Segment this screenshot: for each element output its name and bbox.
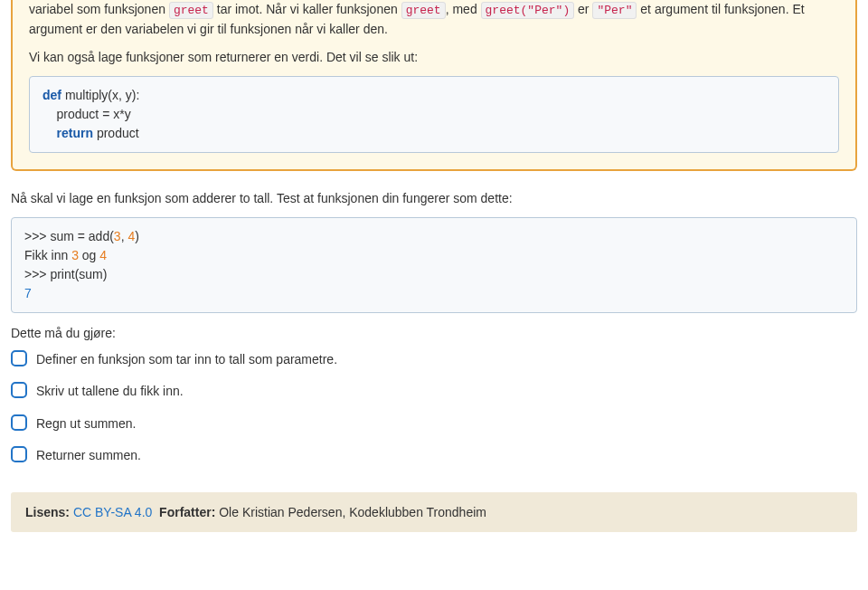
keyword-def: def (42, 88, 61, 102)
code-greet-1: greet (169, 2, 213, 19)
checklist-item-label: Definer en funksjon som tar inn to tall … (36, 352, 337, 366)
code-text: >>> print(sum) (24, 267, 107, 281)
code-text: ) (135, 229, 139, 243)
text: tar imot. Når vi kaller funksjonen (213, 2, 401, 16)
code-greet-call: greet("Per") (481, 2, 575, 19)
code-text: >>> sum = add( (24, 229, 114, 243)
output-value: 7 (24, 286, 32, 300)
checklist-item: Skriv ut tallene du fikk inn. (36, 383, 857, 401)
checkbox-icon[interactable] (11, 446, 27, 462)
text: er (574, 2, 592, 16)
output-text: og (79, 248, 99, 262)
code-greet-2: greet (401, 2, 446, 19)
text: , med (446, 2, 481, 16)
author-label: Forfatter: (159, 505, 215, 519)
code-text: multiply(x, y): (61, 88, 139, 102)
code-text: product (93, 126, 139, 140)
checkbox-icon[interactable] (11, 350, 27, 366)
code-text: product = x*y (42, 107, 131, 121)
intro-paragraph-2: Vi kan også lage funksjoner som returner… (29, 48, 839, 67)
footer: Lisens: CC BY-SA 4.0 Forfatter: Ole Kris… (11, 492, 857, 532)
output-text: Fikk inn (24, 248, 71, 262)
todo-heading: Dette må du gjøre: (11, 326, 857, 340)
intro-paragraph-1: variabel som funksjonen greet tar imot. … (29, 0, 839, 39)
code-per: "Per" (592, 2, 637, 19)
checklist-item: Definer en funksjon som tar inn to tall … (36, 351, 857, 369)
checklist-item: Returner summen. (36, 447, 857, 465)
task-intro: Nå skal vi lage en funksjon som adderer … (11, 189, 857, 208)
license-link[interactable]: CC BY-SA 4.0 (73, 505, 152, 519)
info-box: variabel som funksjonen greet tar imot. … (11, 0, 857, 171)
checklist-item-label: Regn ut summen. (36, 416, 137, 431)
checklist-item-label: Returner summen. (36, 448, 141, 462)
checklist: Definer en funksjon som tar inn to tall … (11, 351, 857, 465)
checklist-item: Regn ut summen. (36, 415, 857, 433)
code-block-multiply: def multiply(x, y): product = x*y return… (29, 76, 839, 153)
number-literal: 4 (99, 248, 107, 262)
code-block-add-example: >>> sum = add(3, 4) Fikk inn 3 og 4 >>> … (11, 217, 857, 313)
checkbox-icon[interactable] (11, 414, 27, 431)
code-indent (42, 126, 57, 140)
author-value: Ole Kristian Pedersen, Kodeklubben Trond… (219, 505, 486, 519)
number-literal: 3 (114, 229, 121, 243)
checkbox-icon[interactable] (11, 382, 27, 398)
keyword-return: return (57, 126, 93, 140)
text: variabel som funksjonen (29, 2, 169, 16)
checklist-item-label: Skriv ut tallene du fikk inn. (36, 384, 184, 398)
license-label: Lisens: (25, 505, 70, 519)
number-literal: 3 (71, 248, 79, 262)
